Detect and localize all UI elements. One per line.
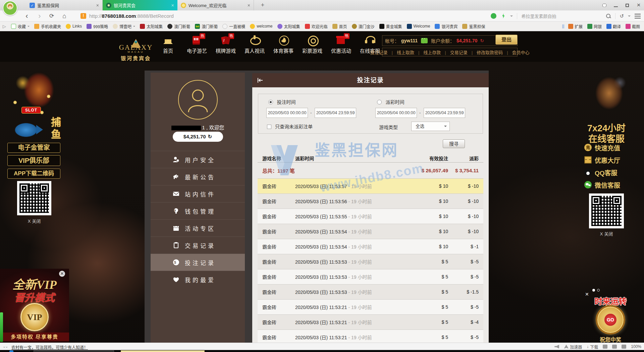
adblock-icon[interactable]	[491, 13, 496, 19]
account-submenu-item[interactable]: 修改取款密码	[475, 49, 510, 55]
feedback-icon[interactable]	[603, 345, 607, 349]
game-type-dropdown[interactable]: 全选	[411, 122, 450, 131]
bookmark-item[interactable]: 太阳城集	[138, 23, 165, 30]
nav-slots[interactable]: 热 电子游艺	[186, 33, 207, 54]
nav-promotions[interactable]: 热 优惠活动	[331, 33, 352, 54]
window-maximize-button[interactable]	[625, 3, 630, 8]
taskbar-button-active[interactable]	[121, 350, 205, 352]
accelerator-tool[interactable]: 加速器	[564, 344, 582, 350]
download-tool[interactable]: ↓下载	[587, 344, 598, 350]
browser-profile-avatar-icon[interactable]	[3, 1, 17, 15]
bookmark-item[interactable]: welcome	[248, 23, 275, 30]
qq-service-button[interactable]: QQ客服	[584, 168, 618, 177]
hot-search-suggestion[interactable]: 希拉里发素颜自拍	[521, 13, 602, 19]
unsettled-checkbox-row[interactable]: 只查询未派彩注单	[267, 123, 313, 130]
tab-close-icon[interactable]	[248, 3, 250, 8]
carousel-dot-active[interactable]	[592, 289, 595, 292]
taskbar-button[interactable]	[34, 350, 114, 352]
forward-icon[interactable]	[36, 13, 43, 19]
taskbar-app-icon[interactable]	[9, 350, 13, 352]
logout-button[interactable]: 登出	[495, 35, 518, 45]
payout-time-radio-group[interactable]: 派彩时间	[377, 98, 404, 105]
site-logo[interactable]: GALAXY MACAU 银河贵宾会	[117, 34, 154, 61]
sidebar-balance-pill[interactable]: $4,251.70	[173, 132, 223, 142]
new-tab-button[interactable]	[258, 1, 267, 9]
refresh-balance-icon[interactable]	[480, 38, 484, 43]
bookmark-item[interactable]: 首页	[330, 23, 350, 30]
sidebar-item-user-security[interactable]: 用户安全	[151, 151, 245, 168]
promo-hall-button[interactable]: 优惠大厅	[584, 156, 620, 164]
table-row[interactable]: 霸金砖 2020/05/03 (日) 11:53:56 - 19 小时前 $ 1…	[258, 194, 483, 209]
search-icon[interactable]	[606, 13, 611, 19]
message-chat-icon[interactable]	[421, 38, 428, 43]
table-row[interactable]: 霸金砖 2020/05/03 (日) 11:53:53 - 19 小时前 $ 5…	[258, 284, 483, 300]
bookmark-item[interactable]: 欢迎光临	[303, 23, 330, 30]
bet-date-to-input[interactable]: 2020/05/04 23:59:59	[315, 108, 356, 118]
undo-closed-tab-icon[interactable]	[620, 13, 624, 19]
fishing-game-image[interactable]	[9, 118, 46, 142]
wheel-go-button[interactable]: GO	[604, 314, 616, 326]
window-close-button[interactable]	[636, 3, 641, 8]
account-submenu-item[interactable]: 投注记录	[368, 49, 394, 55]
refresh-balance-icon[interactable]	[208, 134, 212, 139]
right-rail-close-button[interactable]: X 关闭	[580, 230, 633, 237]
sidebar-item-favorites[interactable]: 我的最爱	[151, 271, 245, 288]
bookmark-item[interactable]: 澳门新葡	[165, 23, 193, 30]
table-row[interactable]: 霸金砖 2020/05/03 (日) 11:53:57 - 19 小时前 $ 1…	[258, 179, 483, 194]
bookmark-item[interactable]: 手机收藏夹	[32, 23, 63, 30]
toolbar-tool-item[interactable]: 翻译	[606, 24, 622, 29]
table-row[interactable]: 霸金砖 2020/05/03 (日) 11:53:53 - 19 小时前 $ 5…	[258, 254, 483, 269]
bookmark-item[interactable]: 鉴黑担保	[460, 23, 487, 30]
payout-date-to-input[interactable]: 2020/05/04 23:59:59	[424, 108, 465, 118]
bookmark-item[interactable]: 999策略	[84, 23, 110, 30]
browser-skin-icon[interactable]	[602, 3, 607, 8]
back-icon[interactable]	[23, 13, 30, 19]
collapse-back-icon[interactable]	[257, 77, 264, 84]
fullscreen-icon[interactable]	[622, 345, 626, 349]
left-rail-close-button[interactable]: X 关闭	[7, 218, 61, 224]
news-ticker-link[interactable]: 农村有一宝，可治耳鸣，可惜少有人知道！	[11, 344, 88, 350]
app-download-qr-banner[interactable]: APP下载二维码	[7, 169, 60, 179]
radio-selected-icon[interactable]	[268, 100, 273, 104]
checkbox-icon[interactable]	[267, 125, 271, 129]
carousel-dot[interactable]	[597, 289, 600, 292]
speed-boost-icon[interactable]	[500, 13, 506, 19]
speaker-icon[interactable]	[554, 345, 559, 349]
bookmark-item[interactable]: 一直被模	[220, 23, 248, 30]
payout-date-from-input[interactable]: 2020/05/04 00:00:00	[375, 108, 417, 118]
nav-sports[interactable]: 体育赛事	[273, 33, 294, 54]
account-submenu-item[interactable]: 线上取款	[395, 49, 421, 55]
account-submenu-item[interactable]: 交易记录	[448, 49, 475, 55]
bookmark-item[interactable]: 澳门金沙	[350, 23, 377, 30]
nav-lottery[interactable]: 彩票游戏	[302, 33, 323, 54]
lucky-wheel[interactable]: GO	[596, 305, 625, 335]
url-security-warning-icon[interactable]	[80, 13, 86, 19]
vip-promo-banner[interactable]: 全新VIP 晋升模式 VIP 多项特权 尽享尊贵	[0, 269, 69, 343]
collapse-chevrons-icon[interactable]	[3, 344, 7, 349]
bookmark-item[interactable]: 澳门新葡	[193, 23, 220, 30]
vip-club-banner[interactable]: VIP俱乐部	[7, 155, 60, 166]
quick-recharge-button[interactable]: 快速充值	[584, 143, 620, 152]
toolbar-tool-item[interactable]: 截图	[626, 24, 641, 29]
browser-tab-3[interactable]: Welcome_欢迎光临	[177, 0, 254, 10]
bet-date-from-input[interactable]: 2020/05/03 00:00:00	[266, 108, 308, 118]
bet-time-radio-group[interactable]: 投注时间	[268, 98, 296, 105]
zoom-level[interactable]: 100%	[631, 344, 641, 349]
sidebar-item-messages[interactable]: 站内信件	[151, 185, 245, 202]
slot-sign[interactable]: SLOT	[21, 107, 41, 114]
bookmarks-sidebar-toggle-icon[interactable]	[3, 24, 6, 29]
notification-icon[interactable]	[612, 345, 617, 349]
bookmark-item[interactable]: 博壹吧	[110, 23, 138, 30]
radio-unselected-icon[interactable]	[377, 100, 382, 104]
sidebar-item-events[interactable]: 活动专区	[151, 219, 245, 236]
tab-close-icon[interactable]	[96, 3, 99, 8]
table-row[interactable]: 霸金砖 2020/05/03 (日) 11:53:21 - 19 小时前 $ 5…	[258, 315, 483, 330]
sidebar-item-announcements[interactable]: 最新公告	[151, 168, 245, 185]
reload-icon[interactable]	[48, 13, 55, 19]
nav-home[interactable]: 首页	[158, 33, 178, 54]
account-submenu-item[interactable]: 会员中心	[510, 49, 532, 55]
tab-close-icon[interactable]	[171, 3, 174, 8]
extensions-grid-icon[interactable]	[562, 24, 565, 29]
window-minimize-button[interactable]	[613, 3, 619, 8]
table-row[interactable]: 霸金砖 2020/05/03 (日) 11:53:53 - 19 小时前 $ 5…	[258, 269, 483, 284]
